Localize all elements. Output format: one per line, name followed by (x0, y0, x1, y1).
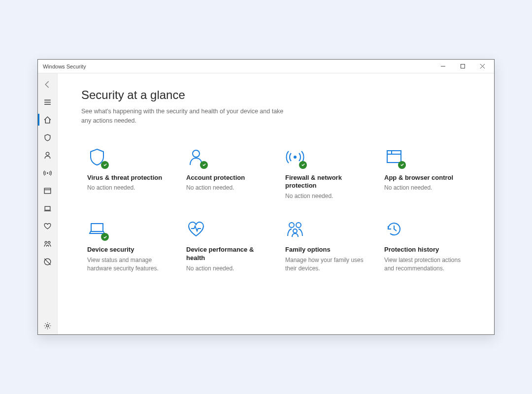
page-title: Security at a glance (81, 88, 474, 102)
heart-pulse-icon (186, 219, 206, 239)
nav-account-protection[interactable] (38, 146, 57, 164)
nav-settings[interactable] (38, 317, 57, 334)
nav-family-options[interactable] (38, 235, 57, 253)
status-ok-badge (398, 161, 406, 169)
person-icon (186, 147, 206, 167)
network-icon (43, 169, 52, 177)
tile-desc: Manage how your family uses their device… (285, 256, 369, 273)
svg-point-14 (48, 241, 50, 243)
svg-rect-1 (461, 65, 465, 68)
tile-desc: View status and manage hardware security… (87, 256, 171, 273)
tile-desc: View latest protection actions and recom… (384, 256, 468, 273)
tile-title: Device performance & health (186, 246, 270, 263)
close-button[interactable] (472, 60, 492, 73)
window-controls (433, 60, 492, 73)
minimize-button[interactable] (433, 60, 453, 73)
shield-icon (87, 147, 107, 167)
laptop-icon (43, 204, 52, 213)
svg-point-13 (45, 241, 47, 243)
tile-desc: No action needed. (87, 184, 171, 192)
status-ok-badge (200, 161, 208, 169)
tile-title: App & browser control (384, 174, 468, 182)
body-area: Security at a glance See what's happenin… (38, 73, 494, 334)
laptop-icon (87, 219, 107, 239)
tile-family-options[interactable]: Family options Manage how your family us… (279, 212, 375, 282)
tile-title: Virus & threat protection (87, 174, 171, 182)
tile-title: Account protection (186, 174, 270, 182)
svg-point-25 (296, 223, 301, 228)
home-icon (43, 116, 52, 124)
hamburger-icon (43, 98, 52, 106)
app-window: Windows Security (37, 59, 495, 335)
tile-title: Family options (285, 246, 369, 254)
tile-device-security[interactable]: Device security View status and manage h… (81, 212, 177, 282)
tile-desc: No action needed. (186, 264, 270, 273)
maximize-button[interactable] (453, 60, 472, 73)
nav-app-browser[interactable] (38, 182, 57, 199)
browser-icon (43, 187, 52, 195)
svg-rect-11 (45, 206, 50, 210)
svg-point-17 (46, 325, 49, 327)
svg-rect-23 (91, 224, 103, 231)
person-icon (43, 151, 52, 160)
history-icon (384, 219, 404, 239)
tile-title: Protection history (384, 246, 468, 254)
nav-device-health[interactable] (38, 217, 57, 235)
nav-virus-threat[interactable] (38, 129, 57, 146)
menu-button[interactable] (38, 93, 57, 111)
status-ok-badge (101, 233, 109, 241)
gear-icon (43, 322, 52, 330)
heart-icon (43, 222, 52, 230)
svg-point-7 (46, 152, 49, 155)
tile-virus-threat[interactable]: Virus & threat protection No action need… (81, 140, 177, 210)
tile-desc: No action needed. (384, 184, 468, 192)
svg-point-24 (289, 223, 294, 228)
network-icon (285, 147, 305, 167)
nav-firewall[interactable] (38, 164, 57, 182)
back-arrow-icon (43, 80, 52, 89)
back-button[interactable] (38, 75, 57, 93)
nav-home[interactable] (38, 111, 57, 129)
tile-protection-history[interactable]: Protection history View latest protectio… (378, 212, 474, 282)
svg-point-26 (293, 229, 297, 233)
tile-desc: No action needed. (186, 184, 270, 192)
status-ok-badge (299, 161, 307, 169)
svg-rect-20 (387, 151, 401, 163)
status-ok-badge (101, 161, 109, 169)
tile-device-health[interactable]: Device performance & health No action ne… (180, 212, 276, 282)
tile-account-protection[interactable]: Account protection No action needed. (180, 140, 276, 210)
history-icon (43, 258, 52, 266)
nav-protection-history[interactable] (38, 253, 57, 270)
browser-icon (384, 147, 404, 167)
shield-icon (43, 133, 52, 142)
tiles-grid: Virus & threat protection No action need… (81, 140, 474, 282)
titlebar: Windows Security (38, 60, 494, 73)
tile-desc: No action needed. (285, 192, 369, 200)
nav-device-security[interactable] (38, 199, 57, 217)
svg-point-19 (294, 156, 297, 159)
sidebar (38, 73, 58, 334)
svg-point-8 (47, 172, 48, 174)
family-icon (285, 219, 305, 239)
family-icon (43, 240, 52, 248)
tile-title: Firewall & network protection (285, 174, 369, 191)
page-subtitle: See what's happening with the security a… (81, 107, 288, 126)
tile-title: Device security (87, 246, 171, 254)
svg-point-18 (193, 150, 200, 157)
window-title: Windows Security (43, 64, 433, 69)
tile-firewall-network[interactable]: Firewall & network protection No action … (279, 140, 375, 210)
main-content: Security at a glance See what's happenin… (58, 73, 494, 334)
tile-app-browser[interactable]: App & browser control No action needed. (378, 140, 474, 210)
svg-rect-9 (44, 188, 51, 194)
